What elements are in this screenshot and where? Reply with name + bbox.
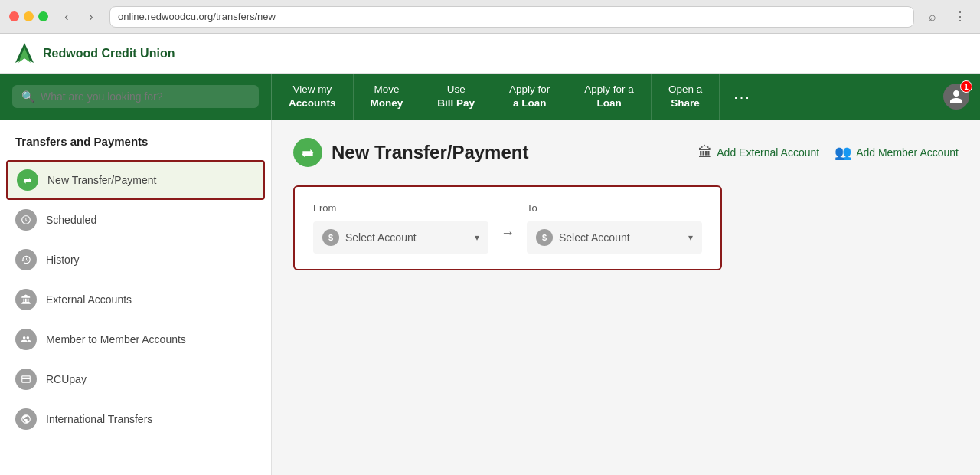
to-account-icon: $: [536, 229, 553, 246]
bank-icon: [15, 289, 37, 310]
nav-label-top: Open a: [668, 83, 702, 97]
people-icon: [15, 329, 37, 350]
search-icon[interactable]: ⌕: [922, 6, 943, 28]
page-title-area: New Transfer/Payment: [293, 138, 528, 167]
back-button[interactable]: ‹: [56, 6, 77, 28]
sidebar-item-international[interactable]: International Transfers: [0, 399, 271, 439]
nav-move-money[interactable]: Move Money: [354, 74, 421, 120]
page-actions: 🏛 Add External Account 👥 Add Member Acco…: [698, 144, 959, 161]
to-account-text: Select Account: [559, 231, 682, 244]
nav-more-button[interactable]: ···: [720, 74, 765, 120]
to-account-select[interactable]: $ Select Account ▾: [527, 221, 702, 254]
from-label: From: [313, 202, 488, 214]
sidebar-item-label: Scheduled: [46, 214, 96, 226]
sidebar-item-member-accounts[interactable]: Member to Member Accounts: [0, 319, 271, 359]
search-icon: 🔍: [21, 90, 34, 103]
logo: Redwood Credit Union: [12, 41, 175, 66]
sidebar-item-label: New Transfer/Payment: [47, 174, 156, 186]
sidebar-item-label: Member to Member Accounts: [46, 333, 186, 346]
sidebar-item-rcupay[interactable]: RCUpay: [0, 359, 271, 399]
sidebar-item-new-transfer[interactable]: New Transfer/Payment: [6, 160, 265, 200]
clock-icon: [15, 209, 37, 231]
url-text: online.redwoodcu.org/transfers/new: [118, 11, 276, 22]
add-member-account-button[interactable]: 👥 Add Member Account: [835, 144, 959, 161]
nav-label-bottom: Share: [671, 97, 700, 110]
browser-toolbar: ⌕ ⋮: [922, 6, 971, 28]
sidebar-title: Transfers and Payments: [0, 135, 271, 160]
transfer-direction-arrow: →: [488, 225, 527, 241]
people-action-icon: 👥: [835, 144, 851, 161]
nav-bill-pay[interactable]: Use Bill Pay: [420, 74, 492, 120]
from-dropdown-chevron: ▾: [475, 232, 479, 243]
transfer-icon: [17, 169, 38, 191]
content-area: Transfers and Payments New Transfer/Paym…: [0, 120, 980, 475]
nav-label-top: Move: [374, 83, 399, 97]
nav-label-top: Apply for a: [584, 83, 634, 97]
app: Redwood Credit Union 🔍 View my Accounts …: [0, 34, 980, 475]
logo-text: Redwood Credit Union: [43, 47, 175, 61]
transfer-form-card: From $ Select Account ▾ → To $ Select Ac…: [293, 185, 722, 270]
page-title: New Transfer/Payment: [332, 142, 528, 163]
nav-label-bottom: Money: [371, 97, 403, 110]
nav-label-top: View my: [292, 83, 332, 97]
minimize-button[interactable]: [24, 11, 34, 21]
close-button[interactable]: [9, 11, 19, 21]
nav-search-area: 🔍: [0, 74, 272, 120]
nav-apply-loan[interactable]: Apply for a Loan: [492, 74, 567, 120]
nav-label-bottom: Loan: [596, 97, 621, 110]
nav-label-bottom: Accounts: [289, 97, 336, 110]
settings-icon[interactable]: ⋮: [949, 6, 971, 28]
sidebar-item-label: RCUpay: [46, 373, 87, 385]
nav-bar: 🔍 View my Accounts Move Money Use Bill P…: [0, 74, 980, 120]
sidebar-item-label: International Transfers: [46, 413, 152, 425]
globe-icon: [15, 408, 37, 430]
to-dropdown-chevron: ▾: [688, 232, 693, 243]
from-account-icon: $: [322, 229, 339, 246]
to-section: To $ Select Account ▾: [527, 202, 702, 254]
nav-label-top: Use: [447, 83, 466, 97]
browser-nav-buttons: ‹ ›: [56, 6, 102, 28]
maximize-button[interactable]: [38, 11, 48, 21]
app-header: Redwood Credit Union: [0, 34, 980, 74]
page-icon: [293, 138, 322, 167]
forward-button[interactable]: ›: [80, 6, 102, 28]
from-account-text: Select Account: [345, 231, 469, 244]
url-bar[interactable]: online.redwoodcu.org/transfers/new: [109, 6, 914, 28]
from-account-select[interactable]: $ Select Account ▾: [313, 221, 488, 254]
logo-icon: [12, 41, 37, 66]
nav-label-bottom: a Loan: [513, 97, 547, 110]
main-content: New Transfer/Payment 🏛 Add External Acco…: [272, 120, 980, 475]
browser-chrome: ‹ › online.redwoodcu.org/transfers/new ⌕…: [0, 0, 980, 34]
card-icon: [15, 369, 37, 390]
sidebar-item-label: History: [46, 254, 80, 266]
nav-label-top: Apply for: [509, 83, 550, 97]
more-dots-label: ···: [733, 88, 751, 106]
nav-label-bottom: Bill Pay: [437, 97, 475, 110]
sidebar-item-external-accounts[interactable]: External Accounts: [0, 280, 271, 319]
nav-open-share[interactable]: Open a Share: [652, 74, 720, 120]
nav-apply-loan2[interactable]: Apply for a Loan: [567, 74, 652, 120]
add-external-account-button[interactable]: 🏛 Add External Account: [698, 145, 819, 161]
sidebar-item-history[interactable]: History: [0, 240, 271, 280]
add-member-label: Add Member Account: [856, 146, 959, 159]
nav-items: View my Accounts Move Money Use Bill Pay…: [272, 74, 933, 120]
history-icon: [15, 249, 37, 270]
traffic-lights: [9, 11, 48, 21]
avatar: 1: [943, 84, 969, 110]
bank-action-icon: 🏛: [698, 145, 712, 161]
from-section: From $ Select Account ▾: [313, 202, 488, 254]
search-box[interactable]: 🔍: [12, 85, 259, 108]
sidebar: Transfers and Payments New Transfer/Paym…: [0, 120, 272, 475]
nav-view-accounts[interactable]: View my Accounts: [272, 74, 354, 120]
sidebar-item-label: External Accounts: [46, 293, 132, 306]
sidebar-item-scheduled[interactable]: Scheduled: [0, 200, 271, 240]
to-label: To: [527, 202, 702, 214]
search-input[interactable]: [41, 90, 250, 103]
add-external-label: Add External Account: [717, 146, 819, 159]
nav-user-area[interactable]: 1: [933, 74, 980, 120]
page-header: New Transfer/Payment 🏛 Add External Acco…: [293, 138, 959, 167]
notification-badge: 1: [960, 80, 972, 93]
